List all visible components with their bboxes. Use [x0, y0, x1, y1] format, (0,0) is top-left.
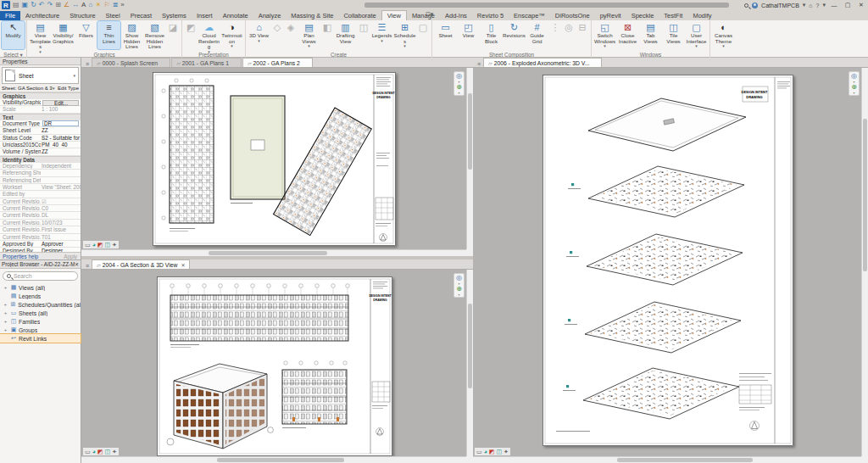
ribbon-tab[interactable]: Structure — [64, 11, 100, 20]
horizontal-scrollbar[interactable] — [81, 456, 466, 463]
modify-button[interactable]: ↖ Modify ▾ — [2, 21, 25, 49]
visual-style-icon[interactable]: ◩ — [97, 241, 103, 248]
ribbon-options-icon[interactable]: ⊡▾ — [422, 11, 437, 18]
property-row[interactable]: Referencing Sheet — [0, 170, 81, 176]
properties-title[interactable]: Properties — [0, 58, 81, 65]
vertical-scrollbar[interactable] — [466, 270, 473, 456]
property-row[interactable]: Approved By Approver — [0, 241, 81, 248]
steering-wheel-icon[interactable]: ◎ — [851, 73, 857, 80]
matchline-button[interactable]: ⋮ Matchline ▾ — [548, 21, 562, 49]
property-row[interactable]: Current Revisio... T01 — [0, 234, 81, 241]
chevron-down-icon[interactable]: ▾ — [458, 293, 459, 296]
drafting-view-button[interactable]: ▥ Drafting View ▾ — [334, 21, 357, 49]
horizontal-scrollbar[interactable] — [81, 249, 466, 256]
measure-icon[interactable]: ∠ — [64, 1, 70, 9]
cut-profile-button[interactable]: ◪ Cut Profile ▾ — [166, 21, 180, 49]
minimize-button[interactable]: — — [829, 3, 839, 8]
close-icon[interactable]: ✕ — [181, 262, 185, 268]
ribbon-tab[interactable]: Precast — [125, 11, 157, 20]
visibility-graphics-button[interactable]: ▦ Visibility/ Graphics ▾ — [52, 21, 75, 49]
ribbon-tab[interactable]: Enscape™ — [509, 11, 550, 20]
ribbon-tab[interactable]: File — [0, 11, 20, 20]
detail-level-icon[interactable]: ◕ — [92, 448, 96, 455]
reveal-hidden-icon[interactable]: ✦ — [112, 448, 117, 455]
search-icon[interactable] — [744, 3, 748, 8]
chevron-down-icon[interactable]: ▾ — [458, 92, 459, 94]
property-row[interactable]: Current Revisio... C0 — [0, 205, 81, 212]
open-icon[interactable]: ▤ — [13, 1, 19, 9]
dimension-icon[interactable]: ↔ — [72, 1, 79, 9]
detail-level-icon[interactable]: ◕ — [92, 241, 96, 248]
view-tab[interactable]: ▱ 2001 - GA Plans 1 ✕ — [171, 58, 242, 67]
browser-schedules[interactable]: + ⊞ Schedules/Quantities (all) — [0, 300, 81, 309]
undo-icon[interactable]: ↶ — [39, 1, 45, 9]
tab-list-icon[interactable]: ≡ — [475, 61, 483, 67]
type-selector[interactable]: Sheet ▾ — [2, 67, 79, 84]
ribbon-tab[interactable]: Collaborate — [338, 11, 381, 20]
section-identity-data[interactable]: Identity Data — [0, 156, 81, 163]
legends-button[interactable]: ☰ Legends ▾ — [370, 21, 393, 49]
sheet-button[interactable]: ▭ Sheet ▾ — [434, 21, 457, 49]
qat-customize-icon[interactable]: » — [120, 1, 124, 9]
chevron-down-icon[interactable]: ▾ — [53, 86, 55, 91]
duplicate-view-button[interactable]: ◫ Duplicate View ▾ — [357, 21, 370, 49]
browser-legends[interactable]: ▤ Legends — [0, 292, 81, 300]
section-button[interactable]: ◇ Section ▾ — [270, 21, 284, 49]
reveal-hidden-icon[interactable]: ✦ — [504, 448, 509, 455]
property-row[interactable]: Scale 1 : 100 — [0, 106, 81, 113]
property-row[interactable]: Current Revisio... DL — [0, 212, 81, 219]
ribbon-tab[interactable]: Insert — [192, 11, 218, 20]
close-inactive-button[interactable]: ⊠ Close Inactive ▾ — [616, 21, 639, 49]
ribbon-tab[interactable]: TestFit — [659, 11, 687, 20]
schedules-button[interactable]: ⊞ Schedules ▾ — [393, 21, 416, 49]
property-row[interactable]: Workset View "Sheet: 200... — [0, 184, 81, 191]
browser-views[interactable]: + ▦ Views (all) — [0, 283, 81, 292]
property-row[interactable]: Current Revisio... ☑ — [0, 198, 81, 205]
property-row[interactable]: Volume / System ZZ — [0, 148, 81, 155]
scale-icon[interactable]: ▭ — [85, 448, 91, 455]
tile-views-button[interactable]: ◫ Tile Views ▾ — [662, 21, 685, 49]
tag-icon[interactable]: ⚐ — [103, 1, 109, 9]
ribbon-tab[interactable]: pyRevit — [595, 11, 626, 20]
zoom-icon[interactable]: ⊕ — [456, 286, 462, 293]
sheet-view-exploded-axonometric[interactable]: DESIGN INTENT DRAWING ◎ ▾ ⊕ ▾ ▭ — [473, 68, 868, 463]
sheet-view-ga-section-3d[interactable]: DESIGN INTENT DRAWING ◎ ▾ ⊕ ▾ ▭ ◕ ◩ ◫ ✦ — [81, 270, 473, 463]
sun-settings-icon[interactable]: ☀ — [95, 1, 101, 9]
property-row[interactable]: Sheet Level ZZ — [0, 127, 81, 134]
scale-icon[interactable]: ▭ — [85, 241, 91, 248]
3d-view-button[interactable]: ⌂ 3D View ▾ — [248, 21, 270, 49]
view-button[interactable]: ◰ View ▾ — [457, 21, 480, 49]
property-row[interactable]: Status Code S2 - Suitable for I... — [0, 135, 81, 142]
ribbon-tab[interactable]: Massing & Site — [286, 11, 338, 20]
workspaces-icon[interactable]: ⌂ — [809, 3, 812, 8]
cloud-rendering-button[interactable]: ☁ Cloud Rendering ▾ — [198, 21, 220, 53]
visual-style-icon[interactable]: ◩ — [489, 448, 495, 455]
browser-groups[interactable]: + ▣ Groups — [0, 326, 81, 334]
viewports-button[interactable]: ⊟ Viewports ▾ — [576, 21, 589, 49]
show-hidden-lines-button[interactable]: ▨ Show Hidden Lines ▾ — [120, 21, 143, 53]
close-icon[interactable]: ✕ — [75, 261, 79, 267]
section-text[interactable]: Text — [0, 114, 81, 120]
apply-button[interactable]: Apply — [64, 254, 81, 259]
property-row[interactable]: Edited by — [0, 191, 81, 198]
tab-list-icon[interactable]: ≡ — [83, 61, 92, 67]
steering-wheel-icon[interactable]: ◎ — [456, 73, 462, 80]
restore-button[interactable]: ▢ — [843, 2, 853, 8]
horizontal-scrollbar[interactable] — [473, 456, 861, 463]
crop-view-icon[interactable]: ◫ — [104, 448, 110, 455]
reveal-hidden-icon[interactable]: ✦ — [112, 241, 117, 248]
property-row[interactable]: Visibility/Graphic... Edit... — [0, 99, 81, 106]
thin-lines-button[interactable]: ≡ Thin Lines ▾ — [97, 21, 120, 49]
username[interactable]: CathalTMPCB — [761, 3, 799, 8]
user-avatar[interactable] — [752, 3, 758, 8]
view-reference-button[interactable]: ◎ View Reference ▾ — [562, 21, 576, 49]
callout-button[interactable]: ◈ Callout ▾ — [284, 21, 298, 49]
print-icon[interactable]: ⊞ — [55, 1, 61, 9]
guide-grid-button[interactable]: # Guide Grid ▾ — [526, 21, 548, 49]
revisions-button[interactable]: ↻ Revisions ▾ — [503, 21, 526, 49]
ribbon-tab[interactable]: Steel — [101, 11, 125, 20]
redo-icon[interactable]: ↷ — [47, 1, 53, 9]
render-button[interactable]: ◩ Render ▾ — [184, 21, 198, 49]
schedule-icon[interactable]: ≣ — [113, 1, 119, 9]
view-tab[interactable]: ▱ 2006 - Exploded Axonometric: 3D V... ✕ — [483, 58, 602, 67]
